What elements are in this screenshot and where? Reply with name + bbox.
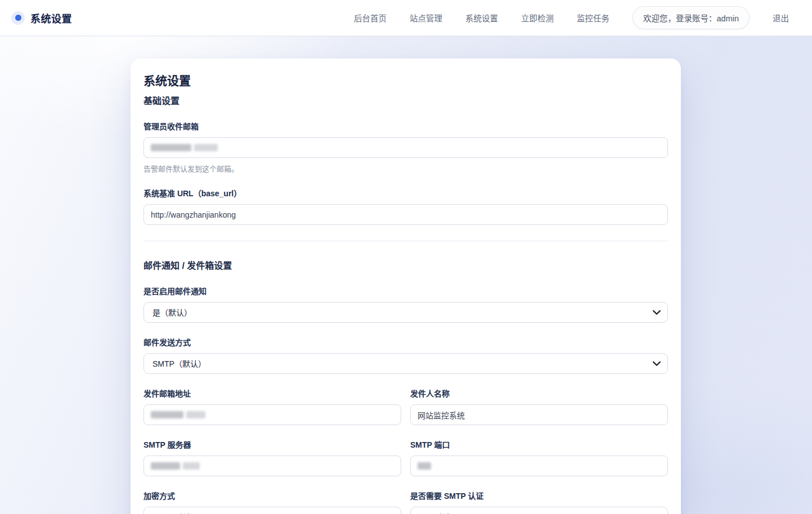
nav-item-monitor-tasks[interactable]: 监控任务 [577,12,609,24]
redacted-value [151,462,180,470]
encryption-label: 加密方式 [143,490,401,501]
from-email-label: 发件邮箱地址 [143,387,401,399]
main-nav: 后台首页 站点管理 系统设置 立即检测 监控任务 欢迎您，登录账号：admin … [354,6,789,29]
smtp-port-label: SMTP 端口 [410,439,668,450]
page: 系统设置 后台首页 站点管理 系统设置 立即检测 监控任务 欢迎您，登录账号：a… [0,0,812,514]
from-email-input[interactable] [143,404,401,425]
admin-email-label: 管理员收件邮箱 [143,120,668,132]
encryption-field: 加密方式 SSL（默认） [143,490,401,514]
redacted-value [194,144,218,151]
encryption-select[interactable]: SSL（默认） [143,507,401,514]
section-heading-basic: 基础设置 [143,93,668,107]
from-name-label: 发件人名称 [410,387,668,399]
enable-notify-label: 是否启用邮件通知 [143,285,668,296]
nav-item-sites[interactable]: 站点管理 [410,12,442,24]
nav-item-settings[interactable]: 系统设置 [465,12,498,24]
enable-notify-select[interactable]: 是（默认） [143,302,668,323]
smtp-host-label: SMTP 服务器 [143,439,401,450]
from-name-field: 发件人名称 [410,387,668,425]
settings-card: 系统设置 基础设置 管理员收件邮箱 告警邮件默认发到这个邮箱。 系统基准 URL… [131,58,681,514]
admin-email-help: 告警邮件默认发到这个邮箱。 [143,163,668,174]
redacted-value [151,411,183,418]
redacted-value [418,462,431,470]
redacted-value [183,462,200,470]
page-title: 系统设置 [143,73,668,88]
welcome-badge: 欢迎您，登录账号：admin [632,6,750,29]
brand: 系统设置 [11,11,72,25]
smtp-port-input[interactable] [410,456,668,476]
logo-dot-icon [11,11,25,25]
base-url-field: 系统基准 URL（base_url） [143,187,668,225]
nav-item-check-now[interactable]: 立即检测 [521,12,554,24]
base-url-label: 系统基准 URL（base_url） [143,187,668,199]
smtp-auth-field: 是否需要 SMTP 认证 是（默认） [410,490,668,514]
from-email-field: 发件邮箱地址 [143,387,401,425]
section-divider [143,241,668,241]
admin-email-input[interactable] [143,137,668,158]
top-navigation-bar: 系统设置 后台首页 站点管理 系统设置 立即检测 监控任务 欢迎您，登录账号：a… [0,0,812,36]
from-name-input[interactable] [410,404,668,425]
smtp-auth-label: 是否需要 SMTP 认证 [410,490,668,501]
redacted-value [151,144,191,151]
redacted-value [186,411,205,418]
send-method-label: 邮件发送方式 [143,336,668,348]
nav-item-dashboard[interactable]: 后台首页 [354,12,387,24]
smtp-host-input[interactable] [143,456,401,476]
send-method-select[interactable]: SMTP（默认） [143,353,668,374]
brand-title: 系统设置 [30,11,72,25]
smtp-host-field: SMTP 服务器 [143,439,401,476]
smtp-port-field: SMTP 端口 [410,439,668,476]
admin-email-field: 管理员收件邮箱 告警邮件默认发到这个邮箱。 [143,120,668,174]
logout-link[interactable]: 退出 [773,12,789,24]
smtp-auth-select[interactable]: 是（默认） [410,507,668,514]
send-method-field: 邮件发送方式 SMTP（默认） [143,336,668,374]
base-url-input[interactable] [143,204,668,225]
enable-notify-field: 是否启用邮件通知 是（默认） [143,285,668,323]
section-heading-mail: 邮件通知 / 发件箱设置 [143,258,668,272]
